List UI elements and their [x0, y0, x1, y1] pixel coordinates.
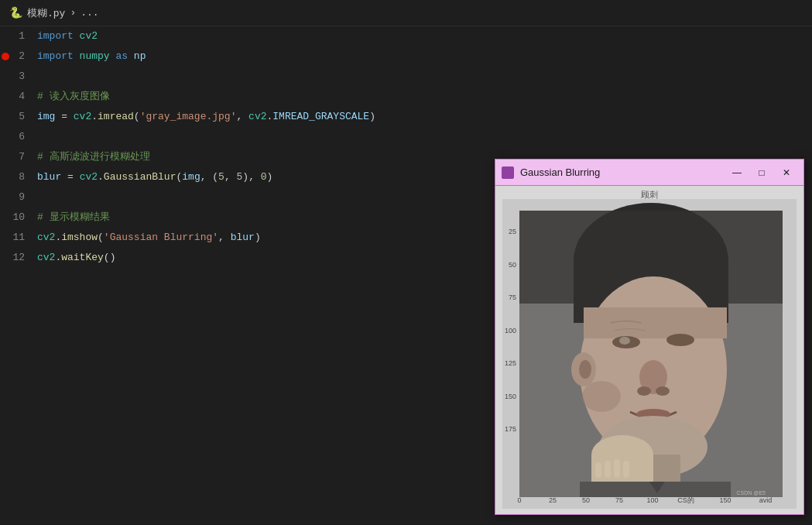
line-number-11: 11 [0, 228, 37, 248]
gaussian-image-area: 顾刺 25 50 75 100 125 150 175 0 25 50 75 1… [495, 186, 803, 514]
editor-area: 1 import cv2 2 import numpy as np 3 4 # … [0, 26, 480, 525]
code-line-11: 11 cv2.imshow('Gaussian Blurring', blur) [0, 228, 480, 248]
line-content-2: import numpy as np [37, 46, 146, 67]
line-content-7: # 高斯滤波进行模糊处理 [37, 147, 150, 167]
filename: 模糊.py [27, 6, 65, 20]
code-line-3: 3 [0, 67, 480, 87]
svg-text:100: 100 [505, 327, 516, 335]
code-line-2: 2 import numpy as np [0, 46, 480, 67]
svg-text:175: 175 [505, 425, 516, 433]
line-number-8: 8 [0, 167, 37, 187]
line-number-1: 1 [0, 26, 37, 46]
code-line-4: 4 # 读入灰度图像 [0, 87, 480, 107]
gaussian-window: Gaussian Blurring — □ ✕ 顾刺 25 50 75 100 … [495, 159, 804, 515]
svg-text:avid: avid [759, 496, 773, 504]
maximize-button[interactable]: □ [751, 164, 773, 181]
line-content-4: # 读入灰度图像 [37, 87, 110, 107]
svg-text:100: 100 [646, 496, 658, 504]
line-content-10: # 显示模糊结果 [37, 208, 110, 228]
svg-text:50: 50 [582, 496, 590, 504]
line-number-4: 4 [0, 87, 37, 107]
close-button[interactable]: ✕ [776, 164, 797, 181]
code-line-7: 7 # 高斯滤波进行模糊处理 [0, 147, 480, 167]
line-number-6: 6 [0, 127, 37, 147]
svg-text:0: 0 [517, 496, 521, 504]
svg-text:CS的: CS的 [677, 496, 694, 504]
line-content-5: img = cv2.imread('gray_image.jpg', cv2.I… [37, 107, 375, 127]
minimize-button[interactable]: — [726, 164, 748, 181]
svg-text:75: 75 [615, 496, 623, 504]
line-content-12: cv2.waitKey() [37, 248, 115, 268]
face-image-svg: 25 50 75 100 125 150 175 0 25 50 75 100 … [502, 199, 797, 509]
breadcrumb-ellipsis: ... [81, 7, 98, 19]
gaussian-titlebar: Gaussian Blurring — □ ✕ [495, 160, 803, 186]
svg-text:25: 25 [549, 496, 557, 504]
code-line-1: 1 import cv2 [0, 26, 480, 46]
line-number-12: 12 [0, 248, 37, 268]
line-number-3: 3 [0, 67, 37, 87]
window-controls: — □ ✕ [726, 164, 797, 181]
svg-text:25: 25 [509, 228, 516, 235]
python-icon: 🐍 [9, 6, 22, 19]
breadcrumb-separator: › [70, 7, 76, 19]
line-content-1: import cv2 [37, 26, 98, 46]
svg-text:150: 150 [505, 393, 516, 400]
svg-text:75: 75 [509, 293, 516, 301]
code-line-10: 10 # 显示模糊结果 [0, 208, 480, 228]
line-number-10: 10 [0, 208, 37, 228]
line-number-7: 7 [0, 147, 37, 167]
breakpoint-indicator [2, 53, 9, 60]
breadcrumb-bar: 🐍 模糊.py › ... [0, 0, 812, 26]
code-line-9: 9 [0, 187, 480, 208]
code-line-6: 6 [0, 127, 480, 147]
line-content-8: blur = cv2.GaussianBlur(img, (5, 5), 0) [37, 167, 272, 187]
code-line-8: 8 blur = cv2.GaussianBlur(img, (5, 5), 0… [0, 167, 480, 187]
svg-rect-42 [519, 211, 783, 497]
svg-text:150: 150 [719, 496, 731, 504]
line-number-5: 5 [0, 107, 37, 127]
line-number-9: 9 [0, 187, 37, 208]
gaussian-window-title: Gaussian Blurring [520, 166, 720, 178]
line-content-11: cv2.imshow('Gaussian Blurring', blur) [37, 228, 261, 248]
svg-text:125: 125 [505, 359, 516, 367]
image-caption-top: 顾刺 [641, 189, 658, 201]
code-line-5: 5 img = cv2.imread('gray_image.jpg', cv2… [0, 107, 480, 127]
gaussian-window-icon [502, 166, 514, 179]
svg-text:50: 50 [509, 261, 516, 269]
svg-text:CSDN @E5: CSDN @E5 [737, 490, 766, 496]
code-line-12: 12 cv2.waitKey() [0, 248, 480, 268]
